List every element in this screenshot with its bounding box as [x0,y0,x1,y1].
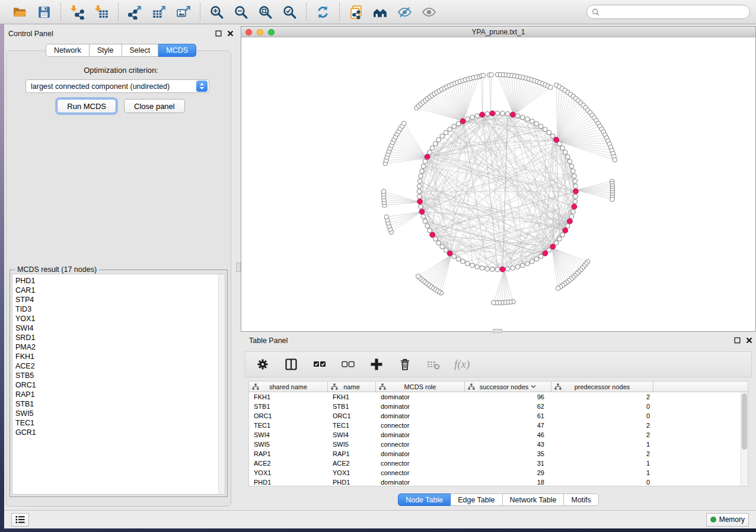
zoom-in-icon[interactable] [209,4,225,20]
table-cell: 1 [551,440,653,449]
delete-columns-icon[interactable] [397,357,413,372]
network-canvas[interactable] [241,37,755,331]
refresh-view-icon[interactable] [315,4,331,20]
mcds-result-list[interactable]: PHD1CAR1STP4TID3YOX1SWI4SRD1PMA2FKH1ACE2… [12,274,225,495]
tab-network[interactable]: Network [46,44,90,57]
float-panel-icon[interactable] [734,337,741,344]
tab-edge-table[interactable]: Edge Table [451,493,502,506]
optimization-criterion-select[interactable]: largest connected component (undirected) [25,79,209,93]
table-cell: SWI4 [249,430,328,440]
result-node-item[interactable]: STB5 [15,371,36,380]
result-node-item[interactable]: GCR1 [15,428,36,437]
table-cell: FKH1 [328,392,376,402]
tab-mcds[interactable]: MCDS [158,44,196,57]
network-graph[interactable] [241,37,755,331]
close-panel-button[interactable]: Close panel [124,99,185,113]
table-header-row: shared namenameMCDS rolesuccessor nodesp… [249,382,748,392]
column-header-predecessor-nodes[interactable]: predecessor nodes [551,382,653,392]
column-header-MCDS-role[interactable]: MCDS role [376,382,465,392]
close-panel-icon[interactable] [227,30,234,37]
tab-select[interactable]: Select [122,44,159,57]
table-cell: 2 [551,449,653,459]
table-scrollbar-thumb[interactable] [742,393,747,450]
result-node-item[interactable]: RAP1 [15,390,36,399]
table-cell: 46 [465,430,551,440]
result-node-item[interactable]: PMA2 [15,342,36,352]
function-builder-icon[interactable]: f(x) [454,358,470,371]
result-node-item[interactable]: FKH1 [15,352,36,361]
tab-style[interactable]: Style [90,44,122,57]
table-cell: connector [376,440,465,449]
table-row[interactable]: TEC1TEC1connector472 [249,421,748,430]
table-row[interactable]: YOX1YOX1connector291 [249,468,748,477]
import-table-file-icon[interactable] [94,4,110,20]
task-history-button[interactable] [11,513,29,527]
network-window-titlebar[interactable]: YPA_prune.txt_1 [241,27,755,37]
tab-motifs[interactable]: Motifs [564,493,598,506]
export-table-icon[interactable] [151,4,167,20]
table-row[interactable]: STB1STB1dominator620 [249,402,748,411]
result-node-item[interactable]: TID3 [15,305,36,314]
clone-network-icon[interactable] [348,4,364,20]
result-node-item[interactable]: STB1 [15,399,36,409]
import-network-file-icon[interactable] [69,4,85,20]
result-node-item[interactable]: YOX1 [15,314,36,323]
result-node-item[interactable]: CAR1 [15,286,36,295]
table-cell: SWI5 [249,440,328,449]
run-mcds-button[interactable]: Run MCDS [57,99,116,113]
table-row[interactable]: SWI4SWI4dominator462 [249,430,748,440]
horizontal-splitter-handle[interactable] [493,329,502,333]
hide-panel-icon[interactable] [397,4,413,20]
show-panel-icon[interactable] [421,4,437,20]
zoom-selected-icon[interactable] [282,4,298,20]
network-home-icon[interactable] [372,4,388,20]
table-cell: PHD1 [328,477,376,487]
select-all-icon[interactable] [312,357,327,372]
result-node-item[interactable]: SWI4 [15,323,36,333]
search-field[interactable] [586,5,750,19]
table-row[interactable]: FKH1FKH1dominator962 [249,392,748,402]
column-header-name[interactable]: name [328,382,376,392]
show-columns-icon[interactable] [283,357,299,372]
table-cell: SWI5 [328,440,376,449]
search-input[interactable] [602,8,745,16]
table-cell: 43 [465,440,551,449]
table-row[interactable]: PHD1PHD1dominator180 [249,477,748,487]
save-session-icon[interactable] [36,4,52,20]
result-node-item[interactable]: ACE2 [15,361,36,371]
table-cell: 96 [465,392,551,402]
new-column-icon[interactable] [369,357,384,372]
memory-button[interactable]: Memory [706,513,749,527]
tab-network-table[interactable]: Network Table [503,493,564,506]
table-mode-gear-icon[interactable] [255,357,270,372]
table-row[interactable]: RAP1RAP1dominator352 [249,449,748,459]
close-panel-icon[interactable] [746,337,752,344]
result-scrollbar[interactable] [218,274,225,494]
zoom-out-icon[interactable] [233,4,249,20]
float-panel-icon[interactable] [215,30,222,37]
table-row[interactable]: ACE2ACE2connector311 [249,459,748,468]
table-row[interactable]: ORC1ORC1dominator610 [249,411,748,421]
column-header-shared-name[interactable]: shared name [249,382,328,392]
result-node-item[interactable]: SWI5 [15,409,36,418]
tab-node-table[interactable]: Node Table [398,493,451,506]
table-scrollbar[interactable] [741,392,748,486]
zoom-fit-icon[interactable] [257,4,273,20]
control-panel-title: Control Panel [8,30,53,38]
table-row[interactable]: SWI5SWI5connector431 [249,440,748,449]
column-header-successor-nodes[interactable]: successor nodes [465,382,551,392]
table-cell: ORC1 [249,411,328,421]
export-image-icon[interactable] [176,4,192,20]
mcds-result-title: MCDS result (17 nodes) [15,265,99,274]
vertical-splitter-handle[interactable] [236,262,241,272]
open-file-icon[interactable] [12,4,28,20]
result-node-item[interactable]: ORC1 [15,380,36,390]
export-network-icon[interactable] [127,4,143,20]
result-node-item[interactable]: STP4 [15,295,36,305]
delete-table-icon[interactable] [426,357,441,372]
result-node-item[interactable]: TEC1 [15,418,36,428]
result-node-item[interactable]: SRD1 [15,333,36,342]
deselect-all-icon[interactable] [340,357,356,372]
result-node-item[interactable]: PHD1 [15,276,36,286]
table-toolbar: f(x) [245,351,752,377]
